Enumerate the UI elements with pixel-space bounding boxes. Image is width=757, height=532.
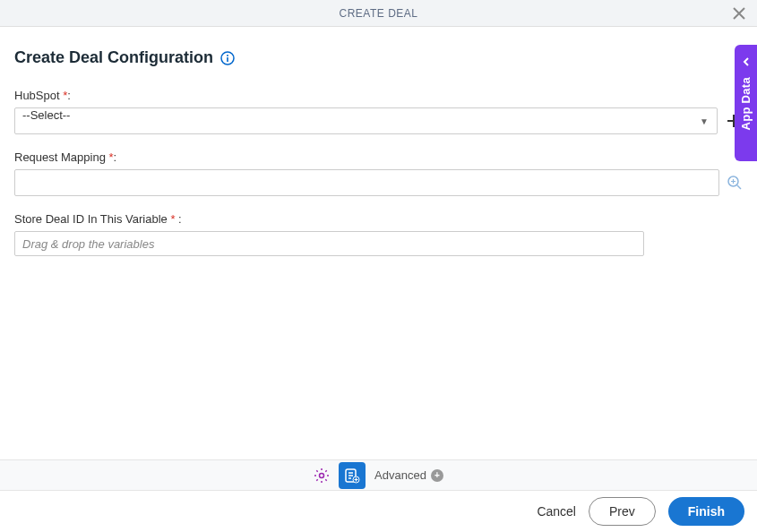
plus-circle-icon: + [431,469,443,482]
request-mapping-label: Request Mapping *: [14,150,743,164]
search-zoom-icon[interactable] [727,175,743,191]
finish-button[interactable]: Finish [668,497,744,526]
hubspot-field-group: HubSpot *: --Select-- ▼ [14,89,743,134]
request-mapping-field-row [14,169,743,196]
close-button[interactable] [730,4,748,22]
request-mapping-input[interactable] [14,169,719,196]
hubspot-select[interactable]: --Select-- [14,107,718,134]
request-mapping-field-group: Request Mapping *: [14,150,743,196]
dialog-content: Create Deal Configuration HubSpot *: --S… [0,27,757,256]
store-deal-id-label: Store Deal ID In This Variable * : [14,212,743,226]
bottom-toolbar: Advanced + [0,459,757,491]
svg-point-1 [227,55,228,56]
hubspot-field-row: --Select-- ▼ [14,107,743,134]
dialog-footer: Cancel Prev Finish [0,491,757,532]
hubspot-select-wrapper: --Select-- ▼ [14,107,718,134]
store-deal-id-input[interactable]: Drag & drop the variables [14,231,644,256]
chevron-left-icon [742,54,751,70]
form-add-icon [344,468,360,484]
svg-rect-2 [227,57,228,62]
info-icon[interactable] [220,51,235,65]
svg-point-4 [320,473,324,477]
form-add-button[interactable] [339,462,366,489]
prev-button[interactable]: Prev [589,497,656,526]
advanced-toggle[interactable]: Advanced + [374,468,443,482]
close-icon [733,7,745,20]
app-data-side-tab[interactable]: App Data [735,45,757,161]
advanced-label: Advanced [374,468,426,482]
dialog-title: CREATE DEAL [340,7,418,20]
app-data-label: App Data [739,77,753,130]
cancel-button[interactable]: Cancel [537,504,576,519]
hubspot-label: HubSpot *: [14,89,743,102]
store-deal-id-field-group: Store Deal ID In This Variable * : Drag … [14,212,743,256]
dialog-header: CREATE DEAL [0,0,757,27]
page-title: Create Deal Configuration [14,48,213,67]
gear-icon[interactable] [314,468,330,484]
page-title-row: Create Deal Configuration [14,48,743,67]
